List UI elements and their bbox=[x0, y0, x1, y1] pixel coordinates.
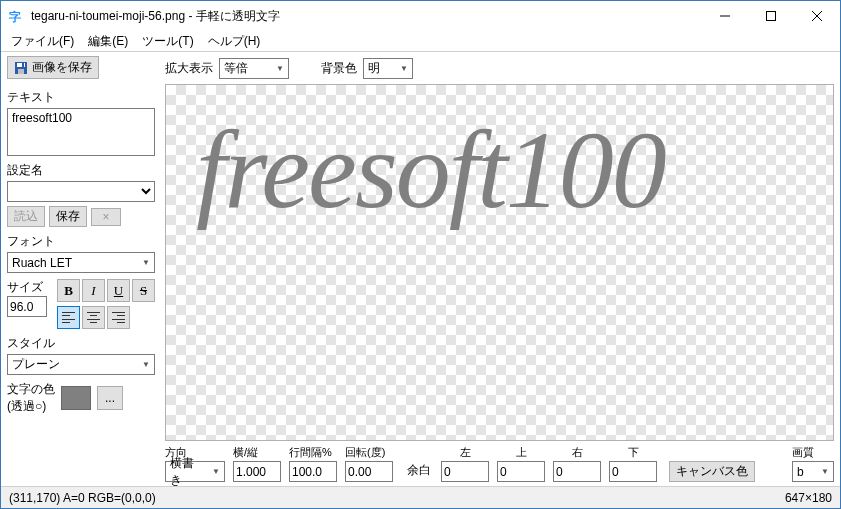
align-right-button[interactable] bbox=[107, 306, 130, 329]
style-value: プレーン bbox=[12, 356, 132, 373]
bg-label: 背景色 bbox=[321, 60, 357, 77]
top-label: 上 bbox=[497, 445, 545, 460]
menu-edit[interactable]: 編集(E) bbox=[82, 32, 134, 51]
margin-right-input[interactable]: 0 bbox=[553, 461, 601, 482]
italic-button[interactable]: I bbox=[82, 279, 105, 302]
menu-file[interactable]: ファイル(F) bbox=[5, 32, 80, 51]
color-swatch[interactable] bbox=[61, 386, 91, 410]
color-label-2: (透過○) bbox=[7, 398, 55, 415]
align-center-button[interactable] bbox=[82, 306, 105, 329]
left-label: 左 bbox=[441, 445, 489, 460]
align-left-icon bbox=[62, 312, 75, 323]
ratio-label: 横/縦 bbox=[233, 445, 281, 460]
zoom-label: 拡大表示 bbox=[165, 60, 213, 77]
font-label: フォント bbox=[7, 233, 155, 250]
load-button[interactable]: 読込 bbox=[7, 206, 45, 227]
chevron-down-icon: ▼ bbox=[142, 360, 150, 369]
bottom-toolbar: 方向 横書き ▼ 横/縦 1.000 行間隔% 100.0 回転(度) 0.00 bbox=[165, 441, 834, 482]
setting-combo[interactable] bbox=[7, 181, 155, 202]
save-image-button[interactable]: 画像を保存 bbox=[7, 56, 99, 79]
chevron-down-icon: ▼ bbox=[821, 467, 829, 476]
statusbar: (311,170) A=0 RGB=(0,0,0) 647×180 bbox=[1, 486, 840, 508]
underline-button[interactable]: U bbox=[107, 279, 130, 302]
quality-combo[interactable]: b ▼ bbox=[792, 461, 834, 482]
canvas-color-button[interactable]: キャンバス色 bbox=[669, 461, 755, 482]
main-area: 拡大表示 等倍 ▼ 背景色 明 ▼ freesoft100 方向 bbox=[161, 52, 840, 486]
window-title: tegaru-ni-toumei-moji-56.png - 手軽に透明文字 bbox=[31, 8, 702, 25]
font-value: Ruach LET bbox=[12, 256, 132, 270]
app-icon: 字 bbox=[9, 8, 25, 24]
menu-tool[interactable]: ツール(T) bbox=[136, 32, 199, 51]
align-right-icon bbox=[112, 312, 125, 323]
margin-bottom-input[interactable]: 0 bbox=[609, 461, 657, 482]
color-picker-button[interactable]: ... bbox=[97, 386, 123, 410]
svg-text:字: 字 bbox=[9, 10, 21, 24]
svg-rect-8 bbox=[22, 63, 24, 67]
save-button[interactable]: 保存 bbox=[49, 206, 87, 227]
close-button[interactable] bbox=[794, 1, 840, 31]
style-combo[interactable]: プレーン ▼ bbox=[7, 354, 155, 375]
chevron-down-icon: ▼ bbox=[276, 64, 284, 73]
maximize-button[interactable] bbox=[748, 1, 794, 31]
canvas-text: freesoft100 bbox=[196, 115, 823, 225]
direction-combo[interactable]: 横書き ▼ bbox=[165, 461, 225, 482]
margin-label: 余白 bbox=[407, 462, 431, 479]
chevron-down-icon: ▼ bbox=[400, 64, 408, 73]
clear-button[interactable]: × bbox=[91, 208, 121, 226]
save-icon bbox=[14, 61, 28, 75]
margin-top-input[interactable]: 0 bbox=[497, 461, 545, 482]
menu-help[interactable]: ヘルプ(H) bbox=[202, 32, 267, 51]
app-window: 字 tegaru-ni-toumei-moji-56.png - 手軽に透明文字… bbox=[0, 0, 841, 509]
status-left: (311,170) A=0 RGB=(0,0,0) bbox=[9, 491, 156, 505]
align-center-icon bbox=[87, 312, 100, 323]
chevron-down-icon: ▼ bbox=[142, 258, 150, 267]
bold-button[interactable]: B bbox=[57, 279, 80, 302]
ratio-input[interactable]: 1.000 bbox=[233, 461, 281, 482]
bg-combo[interactable]: 明 ▼ bbox=[363, 58, 413, 79]
sidebar: 画像を保存 テキスト 設定名 読込 保存 × フォント Ruach LET ▼ … bbox=[1, 52, 161, 486]
canvas[interactable]: freesoft100 bbox=[165, 84, 834, 441]
window-controls bbox=[702, 1, 840, 31]
titlebar: 字 tegaru-ni-toumei-moji-56.png - 手軽に透明文字 bbox=[1, 1, 840, 31]
top-toolbar: 拡大表示 等倍 ▼ 背景色 明 ▼ bbox=[165, 56, 834, 80]
bottom-label: 下 bbox=[609, 445, 657, 460]
zoom-combo[interactable]: 等倍 ▼ bbox=[219, 58, 289, 79]
right-label: 右 bbox=[553, 445, 601, 460]
rotation-input[interactable]: 0.00 bbox=[345, 461, 393, 482]
strike-button[interactable]: S bbox=[132, 279, 155, 302]
minimize-button[interactable] bbox=[702, 1, 748, 31]
spacing-input[interactable]: 100.0 bbox=[289, 461, 337, 482]
text-input[interactable] bbox=[7, 108, 155, 156]
rotation-label: 回転(度) bbox=[345, 445, 393, 460]
setting-label: 設定名 bbox=[7, 162, 155, 179]
save-image-label: 画像を保存 bbox=[32, 59, 92, 76]
size-input[interactable]: 96.0 bbox=[7, 296, 47, 317]
menubar: ファイル(F) 編集(E) ツール(T) ヘルプ(H) bbox=[1, 31, 840, 51]
spacing-label: 行間隔% bbox=[289, 445, 337, 460]
style-label: スタイル bbox=[7, 335, 155, 352]
status-right: 647×180 bbox=[785, 491, 832, 505]
font-combo[interactable]: Ruach LET ▼ bbox=[7, 252, 155, 273]
margin-left-input[interactable]: 0 bbox=[441, 461, 489, 482]
color-label-1: 文字の色 bbox=[7, 381, 55, 398]
quality-label: 画質 bbox=[792, 445, 834, 460]
size-label: サイズ bbox=[7, 279, 47, 296]
align-left-button[interactable] bbox=[57, 306, 80, 329]
svg-rect-7 bbox=[18, 69, 24, 74]
text-label: テキスト bbox=[7, 89, 155, 106]
chevron-down-icon: ▼ bbox=[212, 467, 220, 476]
svg-rect-2 bbox=[767, 12, 776, 21]
